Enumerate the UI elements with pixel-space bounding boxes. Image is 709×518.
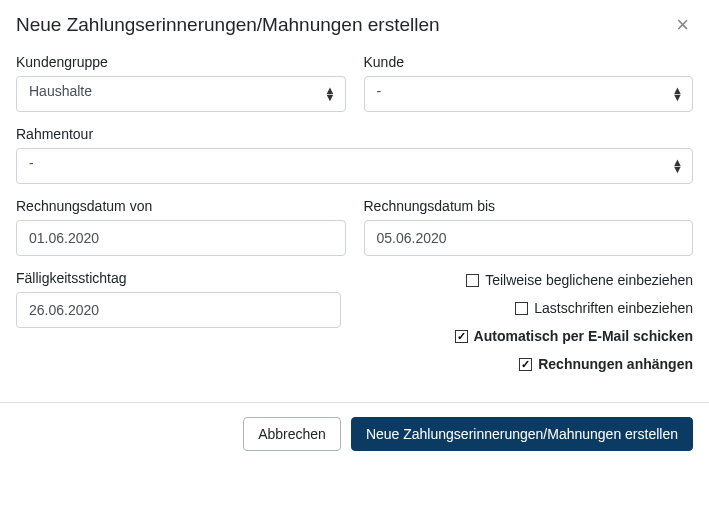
- checkbox-icon: [515, 302, 528, 315]
- checkbox-lastschriften-label: Lastschriften einbeziehen: [534, 300, 693, 316]
- label-rahmentour: Rahmentour: [16, 126, 693, 142]
- label-rechnungsdatum-von: Rechnungsdatum von: [16, 198, 346, 214]
- checkbox-rechnungen-label: Rechnungen anhängen: [538, 356, 693, 372]
- field-rahmentour: Rahmentour - ▲▼: [16, 126, 693, 184]
- close-icon: ×: [676, 12, 689, 37]
- close-button[interactable]: ×: [672, 14, 693, 36]
- modal-footer: Abbrechen Neue Zahlungserinnerungen/Mahn…: [0, 402, 709, 465]
- field-rechnungsdatum-bis: Rechnungsdatum bis: [364, 198, 694, 256]
- modal-header: Neue Zahlungserinnerungen/Mahnungen erst…: [0, 0, 709, 46]
- field-rechnungsdatum-von: Rechnungsdatum von: [16, 198, 346, 256]
- field-kunde: Kunde - ▲▼: [364, 54, 694, 112]
- modal-dialog: Neue Zahlungserinnerungen/Mahnungen erst…: [0, 0, 709, 465]
- checkbox-email[interactable]: Automatisch per E-Mail schicken: [455, 328, 693, 344]
- select-kunde-value: -: [377, 83, 382, 99]
- checkbox-teilweise[interactable]: Teilweise beglichene einbeziehen: [466, 272, 693, 288]
- checkbox-icon: [466, 274, 479, 287]
- select-kundengruppe-value: Haushalte: [29, 83, 92, 99]
- checkbox-icon: [455, 330, 468, 343]
- checkbox-options: Teilweise beglichene einbeziehen Lastsch…: [359, 272, 693, 372]
- input-rechnungsdatum-bis[interactable]: [364, 220, 694, 256]
- input-rechnungsdatum-von[interactable]: [16, 220, 346, 256]
- label-kunde: Kunde: [364, 54, 694, 70]
- field-kundengruppe: Kundengruppe Haushalte ▲▼: [16, 54, 346, 112]
- checkbox-teilweise-label: Teilweise beglichene einbeziehen: [485, 272, 693, 288]
- field-faelligkeitsstichtag: Fälligkeitsstichtag: [16, 270, 341, 328]
- input-faelligkeitsstichtag[interactable]: [16, 292, 341, 328]
- label-rechnungsdatum-bis: Rechnungsdatum bis: [364, 198, 694, 214]
- label-faelligkeitsstichtag: Fälligkeitsstichtag: [16, 270, 341, 286]
- checkbox-email-label: Automatisch per E-Mail schicken: [474, 328, 693, 344]
- cancel-button[interactable]: Abbrechen: [243, 417, 341, 451]
- checkbox-lastschriften[interactable]: Lastschriften einbeziehen: [515, 300, 693, 316]
- modal-body: Kundengruppe Haushalte ▲▼ Kunde - ▲▼: [0, 46, 709, 402]
- label-kundengruppe: Kundengruppe: [16, 54, 346, 70]
- select-kunde[interactable]: -: [364, 76, 694, 112]
- select-kundengruppe[interactable]: Haushalte: [16, 76, 346, 112]
- checkbox-icon: [519, 358, 532, 371]
- checkbox-rechnungen[interactable]: Rechnungen anhängen: [519, 356, 693, 372]
- modal-title: Neue Zahlungserinnerungen/Mahnungen erst…: [16, 14, 440, 36]
- select-rahmentour-value: -: [29, 155, 34, 171]
- submit-button[interactable]: Neue Zahlungserinnerungen/Mahnungen erst…: [351, 417, 693, 451]
- select-rahmentour[interactable]: -: [16, 148, 693, 184]
